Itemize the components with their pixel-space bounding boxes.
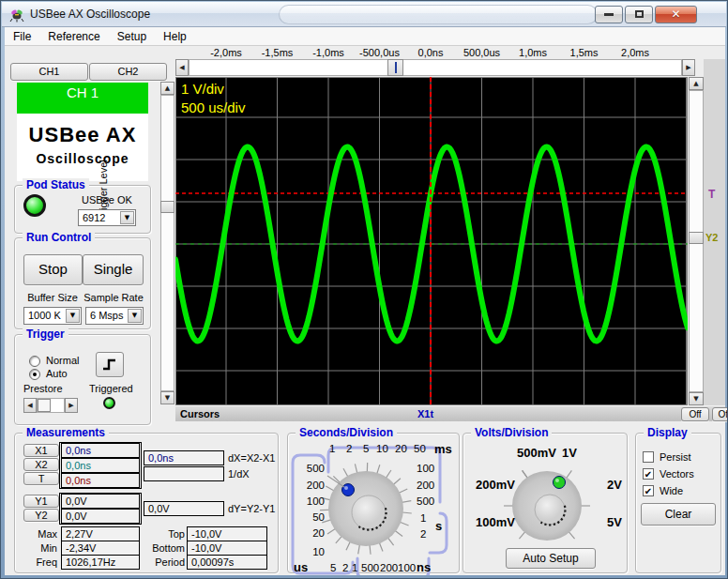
seconds-division-unit-label: ns	[417, 560, 431, 574]
prestore-thumb[interactable]	[38, 399, 51, 412]
volts-division-value-label: 500mV	[508, 446, 556, 460]
checkbox-label-persist: Persist	[660, 451, 691, 463]
seconds-division-value-label: 50	[414, 443, 426, 454]
maximize-button[interactable]	[625, 6, 653, 23]
sample-rate-dropdown[interactable]: 6 Msps ▼	[85, 307, 144, 325]
run-control-title: Run Control	[23, 231, 95, 244]
measure-x1-button[interactable]: X1	[23, 444, 59, 457]
vscroll-thumb[interactable]	[689, 232, 704, 244]
stop-button[interactable]: Stop	[23, 254, 83, 285]
seconds-division-value-label: 1	[352, 562, 357, 573]
minimize-button[interactable]	[595, 6, 623, 23]
menu-item-file[interactable]: File	[5, 27, 39, 46]
stat-value-top: -10,0V	[187, 526, 267, 541]
measure-value-cell: 0,0V	[61, 509, 140, 524]
dropdown-arrow-icon[interactable]: ▼	[66, 309, 80, 323]
buffer-size-dropdown[interactable]: 1000 K ▼	[23, 307, 82, 325]
volts-division-value-label: 5V	[607, 515, 622, 529]
x-cursor-marker[interactable]: X1t	[417, 408, 433, 419]
hscroll-right-arrow[interactable]: ▶	[682, 59, 695, 76]
scope-display[interactable]	[175, 77, 688, 405]
time-axis-label: -500,0us	[352, 47, 408, 58]
stat-label-min: Min	[20, 542, 57, 554]
cursors-off-button-1[interactable]: Off	[681, 407, 709, 421]
rising-edge-icon	[99, 355, 120, 374]
trigger-level-marker[interactable]: T	[708, 188, 715, 201]
seconds-division-value-label: 100	[296, 495, 325, 507]
dropdown-arrow-icon[interactable]: ▼	[128, 309, 142, 323]
tab-ch1[interactable]: CH1	[10, 63, 88, 81]
active-channel-banner: CH 1	[17, 83, 148, 114]
time-axis-label: -1,5ms	[250, 47, 306, 58]
trigger-normal-radio[interactable]	[29, 356, 40, 367]
menu-item-help[interactable]: Help	[155, 27, 195, 46]
close-button[interactable]: ✕	[655, 6, 697, 23]
time-per-div-readout: 500 us/div	[181, 99, 245, 115]
seconds-division-value-label: 1	[420, 512, 447, 524]
stat-value-max: 2,27V	[61, 526, 140, 541]
vscroll-down-arrow[interactable]: ▼	[689, 392, 704, 405]
seconds-division-value-label: 500	[296, 463, 325, 474]
prestore-left-arrow[interactable]: ◀	[23, 398, 37, 413]
clear-button[interactable]: Clear	[641, 503, 716, 526]
dy-value-cell: 0,0V	[144, 501, 224, 516]
trigger-level-up-arrow[interactable]: ▲	[160, 82, 174, 95]
pod-id-dropdown[interactable]: 6912 ▼	[78, 209, 136, 226]
dropdown-arrow-icon[interactable]: ▼	[120, 211, 134, 224]
stat-value-bottom: -10,0V	[187, 541, 267, 556]
hscroll-thumb[interactable]	[387, 59, 403, 76]
trigger-auto-label: Auto	[46, 368, 68, 379]
checkbox-label-vectors: Vectors	[660, 468, 694, 480]
seconds-division-value-label: 200	[380, 562, 398, 573]
pod-id-value: 6912	[83, 212, 105, 223]
title-bar[interactable]: USBee AX Oscilloscope ✕	[2, 2, 726, 27]
measure-y2-button[interactable]: Y2	[23, 509, 59, 522]
measure-y1-button[interactable]: Y1	[23, 495, 59, 508]
time-axis-label: 2,0ms	[607, 47, 663, 58]
checkbox-wide[interactable]: ✔	[643, 485, 654, 496]
auto-setup-button[interactable]: Auto Setup	[506, 548, 596, 569]
checkbox-vectors[interactable]: ✔	[643, 468, 654, 480]
seconds-division-value-label: 500	[361, 562, 379, 573]
display-title: Display	[644, 426, 691, 439]
vscroll-up-arrow[interactable]: ▲	[689, 77, 704, 90]
hscroll-left-arrow[interactable]: ◀	[175, 59, 189, 76]
trigger-level-down-arrow[interactable]: ▼	[160, 391, 174, 404]
checkbox-persist[interactable]	[643, 451, 654, 463]
measure-value-cell: 0,0ns	[61, 473, 140, 488]
y2-cursor-marker[interactable]: Y2	[705, 232, 718, 243]
menu-item-setup[interactable]: Setup	[109, 27, 155, 46]
volts-division-value-label: 1V	[562, 446, 577, 460]
trigger-level-thumb[interactable]	[160, 201, 174, 213]
prestore-right-arrow[interactable]: ▶	[65, 398, 78, 413]
measure-value-cell: 0,0V	[61, 494, 140, 509]
inv-dx-label: 1/dX	[228, 468, 250, 480]
cursors-bar: Cursors X1t Off Off	[175, 405, 725, 421]
cursors-off-button-2[interactable]: Off	[712, 407, 728, 421]
time-axis-label: -2,0ms	[198, 47, 254, 58]
stat-label-bottom: Bottom	[144, 542, 185, 554]
trigger-normal-label: Normal	[46, 355, 79, 366]
measure-value-cell: 0,0ns	[61, 458, 140, 473]
trigger-level-track[interactable]	[160, 95, 174, 391]
time-axis-label: 0,0ns	[402, 47, 459, 58]
seconds-division-value-label: 50	[296, 511, 325, 523]
single-button[interactable]: Single	[83, 254, 144, 285]
volts-division-value-label: 100mV	[470, 515, 515, 529]
measure-t-button[interactable]: T	[23, 472, 59, 485]
menu-bar: FileReferenceSetupHelp	[5, 27, 725, 46]
menu-item-reference[interactable]: Reference	[39, 27, 108, 46]
dial-position-indicator	[554, 477, 566, 489]
measure-x2-button[interactable]: X2	[23, 458, 59, 471]
hscroll-thumb-mark	[395, 62, 397, 73]
sample-rate-value: 6 Msps	[90, 310, 123, 321]
measure-value-cell: 0,0ns	[61, 443, 140, 458]
tab-ch2[interactable]: CH2	[89, 63, 167, 81]
trigger-auto-radio[interactable]	[29, 369, 40, 380]
trigger-edge-button[interactable]	[96, 352, 124, 377]
seconds-division-value-label: 100	[398, 562, 416, 573]
seconds-division-value-label: 200	[296, 480, 325, 491]
seconds-division-value-label: 10	[376, 443, 388, 454]
pod-status-text: USBee OK	[82, 194, 132, 206]
hscroll-track[interactable]	[189, 59, 682, 76]
